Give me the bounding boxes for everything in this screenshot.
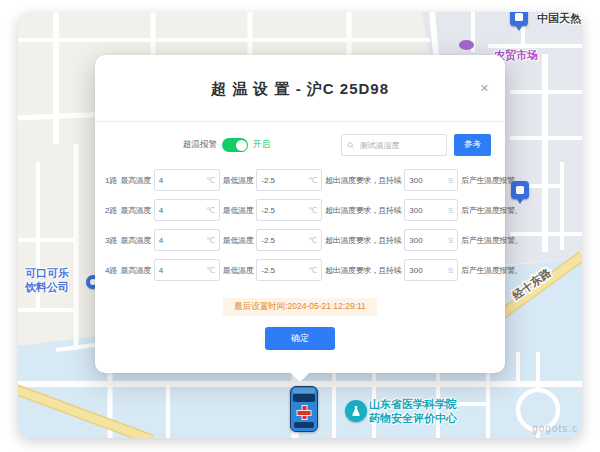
duration-input-box: S	[404, 259, 458, 281]
overtemp-settings-dialog: 超 温 设 置 - 沪C 25D98 ✕ 超温报警 开启 参考 1路 最高温度 …	[95, 55, 505, 373]
celsius-unit: ℃	[308, 206, 317, 215]
min-temp-input[interactable]	[261, 266, 307, 275]
celsius-unit: ℃	[308, 176, 317, 185]
channel-row-1: 1路 最高温度 ℃ 最低温度 ℃ 超出温度要求，且持续 S 后产生温度报警。	[95, 165, 505, 195]
confirm-button[interactable]: 确定	[265, 327, 335, 350]
channel-label: 2路	[105, 205, 117, 216]
max-temp-input[interactable]	[159, 236, 205, 245]
max-temp-input[interactable]	[159, 206, 205, 215]
max-temp-input[interactable]	[159, 176, 205, 185]
channel-row-3: 3路 最高温度 ℃ 最低温度 ℃ 超出温度要求，且持续 S 后产生温度报警。	[95, 225, 505, 255]
duration-input-box: S	[404, 229, 458, 251]
channel-label: 1路	[105, 175, 117, 186]
duration-input[interactable]	[409, 176, 447, 185]
max-temp-label: 最高温度	[120, 175, 150, 186]
cola-company-label: 可口可乐 饮料公司	[18, 266, 84, 294]
duration-label: 超出温度要求，且持续	[325, 175, 401, 186]
duration-input[interactable]	[409, 236, 447, 245]
last-set-time-badge: 最后设置时间:2024-05-21 12:29:11	[223, 298, 377, 316]
duration-input-box: S	[404, 169, 458, 191]
min-temp-input-box: ℃	[256, 169, 322, 191]
celsius-unit: ℃	[308, 236, 317, 245]
alarm-suffix-label: 后产生温度报警。	[461, 235, 522, 246]
max-temp-input-box: ℃	[154, 199, 220, 221]
lab-flask-icon[interactable]	[345, 400, 367, 422]
max-temp-input[interactable]	[159, 266, 205, 275]
probe-search-box	[341, 134, 447, 156]
min-temp-input[interactable]	[261, 206, 307, 215]
max-temp-label: 最高温度	[120, 205, 150, 216]
alarm-suffix-label: 后产生温度报警。	[461, 265, 522, 276]
seconds-unit: S	[448, 206, 453, 215]
max-temp-input-box: ℃	[154, 169, 220, 191]
duration-input-box: S	[404, 199, 458, 221]
popup-tail	[290, 372, 310, 382]
duration-input[interactable]	[409, 206, 447, 215]
duration-label: 超出温度要求，且持续	[325, 265, 401, 276]
alarm-suffix-label: 后产生温度报警。	[461, 175, 522, 186]
channel-rows: 1路 最高温度 ℃ 最低温度 ℃ 超出温度要求，且持续 S 后产生温度报警。 2…	[95, 165, 505, 285]
building-icon	[516, 186, 524, 194]
alarm-suffix-label: 后产生温度报警。	[461, 205, 522, 216]
seconds-unit: S	[448, 236, 453, 245]
gas-station-label: 中国天然	[537, 12, 581, 26]
channel-row-2: 2路 最高温度 ℃ 最低温度 ℃ 超出温度要求，且持续 S 后产生温度报警。	[95, 195, 505, 225]
controls-row: 超温报警 开启 参考	[183, 133, 491, 157]
channel-label: 3路	[105, 235, 117, 246]
max-temp-label: 最高温度	[120, 265, 150, 276]
celsius-unit: ℃	[206, 206, 215, 215]
min-temp-label: 最低温度	[223, 265, 253, 276]
duration-label: 超出温度要求，且持续	[325, 205, 401, 216]
min-temp-label: 最低温度	[223, 205, 253, 216]
duration-label: 超出温度要求，且持续	[325, 235, 401, 246]
map-watermark: gogots.c	[532, 423, 578, 434]
min-temp-input-box: ℃	[256, 199, 322, 221]
reference-button[interactable]: 参考	[454, 134, 491, 156]
market-dot-icon[interactable]	[459, 40, 474, 50]
search-icon	[347, 141, 355, 150]
seconds-unit: S	[448, 176, 453, 185]
vehicle-marker[interactable]	[290, 386, 318, 432]
celsius-unit: ℃	[206, 266, 215, 275]
red-cross-icon	[298, 406, 311, 419]
gas-station-pin-icon[interactable]	[510, 12, 528, 26]
close-icon[interactable]: ✕	[480, 83, 489, 94]
building-icon	[515, 13, 523, 21]
min-temp-input-box: ℃	[256, 229, 322, 251]
max-temp-label: 最高温度	[120, 235, 150, 246]
alarm-toggle-label: 超温报警	[183, 139, 217, 151]
title-divider	[95, 121, 505, 122]
min-temp-input[interactable]	[261, 176, 307, 185]
celsius-unit: ℃	[308, 266, 317, 275]
dialog-title: 超 温 设 置 - 沪C 25D98	[95, 79, 505, 99]
celsius-unit: ℃	[206, 176, 215, 185]
min-temp-input[interactable]	[261, 236, 307, 245]
channel-row-4: 4路 最高温度 ℃ 最低温度 ℃ 超出温度要求，且持续 S 后产生温度报警。	[95, 255, 505, 285]
max-temp-input-box: ℃	[154, 259, 220, 281]
probe-search-input[interactable]	[358, 140, 441, 151]
alarm-toggle[interactable]	[222, 138, 248, 152]
celsius-unit: ℃	[206, 236, 215, 245]
min-temp-input-box: ℃	[256, 259, 322, 281]
min-temp-label: 最低温度	[223, 175, 253, 186]
alarm-toggle-state: 开启	[253, 139, 270, 151]
max-temp-input-box: ℃	[154, 229, 220, 251]
duration-input[interactable]	[409, 266, 447, 275]
medical-center-label: 山东省医学科学院 药物安全评价中心	[369, 397, 457, 425]
channel-label: 4路	[105, 265, 117, 276]
min-temp-label: 最低温度	[223, 235, 253, 246]
seconds-unit: S	[448, 266, 453, 275]
